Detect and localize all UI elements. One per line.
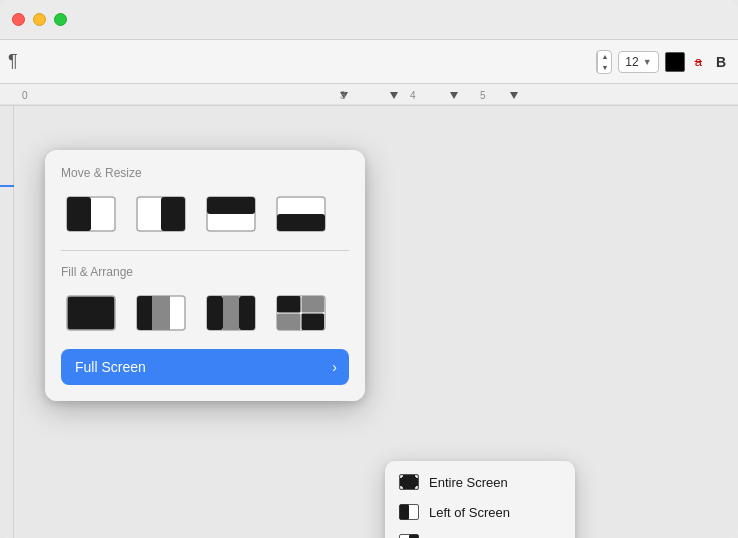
svg-rect-30: [277, 313, 301, 330]
svg-rect-24: [207, 296, 223, 330]
dropdown-arrow-icon: ▼: [643, 57, 652, 67]
font-size-value: 12: [625, 55, 638, 69]
quad-icon[interactable]: [271, 291, 331, 335]
v-ruler-svg: [0, 106, 14, 506]
entire-screen-label: Entire Screen: [429, 475, 508, 490]
left-of-screen-icon: [399, 504, 419, 520]
move-resize-label: Move & Resize: [61, 166, 349, 180]
content-area: Move & Resize: [0, 106, 738, 538]
svg-text:4: 4: [410, 90, 416, 101]
left-two-thirds-icon[interactable]: [131, 291, 191, 335]
center-third-icon[interactable]: [201, 291, 261, 335]
strikethrough-button[interactable]: a: [691, 54, 706, 69]
font-size-arrows[interactable]: ▲ ▼: [597, 51, 611, 73]
right-of-screen-item[interactable]: Right of Screen: [385, 527, 575, 538]
svg-rect-19: [67, 296, 115, 330]
svg-rect-22: [152, 296, 170, 330]
ruler-svg: 0 3 4 5: [0, 84, 738, 106]
svg-rect-28: [277, 296, 301, 313]
fill-icon[interactable]: [61, 291, 121, 335]
ruler: 0 3 4 5: [0, 84, 738, 106]
titlebar: [0, 0, 738, 40]
right-of-screen-label: Right of Screen: [429, 535, 519, 539]
svg-rect-26: [239, 296, 255, 330]
font-size-control[interactable]: ▲ ▼: [596, 50, 612, 74]
svg-rect-36: [400, 505, 410, 520]
fill-arrange-icons-row: [61, 291, 349, 335]
svg-rect-14: [161, 197, 185, 231]
font-size-up[interactable]: ▲: [598, 51, 611, 62]
top-half-icon[interactable]: [201, 192, 261, 236]
right-of-screen-icon: [399, 534, 419, 538]
toolbar: ¶ ▲ ▼ 12 ▼ a B: [0, 40, 738, 84]
svg-rect-29: [301, 296, 324, 313]
paragraph-icon[interactable]: ¶: [8, 51, 18, 72]
minimize-button[interactable]: [33, 13, 46, 26]
font-size-down[interactable]: ▼: [598, 62, 611, 73]
full-screen-label: Full Screen: [75, 359, 146, 375]
svg-rect-31: [301, 313, 324, 330]
entire-screen-icon: [399, 474, 419, 490]
fill-arrange-label: Fill & Arrange: [61, 265, 349, 279]
full-screen-button[interactable]: Full Screen ›: [61, 349, 349, 385]
maximize-button[interactable]: [54, 13, 67, 26]
chevron-right-icon: ›: [332, 359, 337, 375]
svg-rect-12: [67, 197, 91, 231]
svg-rect-25: [223, 296, 239, 330]
left-of-screen-item[interactable]: Left of Screen: [385, 497, 575, 527]
svg-text:5: 5: [480, 90, 486, 101]
left-of-screen-label: Left of Screen: [429, 505, 510, 520]
bottom-half-icon[interactable]: [271, 192, 331, 236]
svg-text:3: 3: [340, 90, 346, 101]
close-button[interactable]: [12, 13, 25, 26]
svg-rect-0: [0, 84, 738, 106]
move-resize-popup: Move & Resize: [45, 150, 365, 401]
bold-button[interactable]: B: [712, 54, 730, 70]
color-swatch[interactable]: [665, 52, 685, 72]
move-resize-icons-row: [61, 192, 349, 236]
entire-screen-item[interactable]: Entire Screen: [385, 467, 575, 497]
popup-divider: [61, 250, 349, 251]
svg-rect-38: [409, 535, 419, 539]
svg-rect-16: [207, 197, 255, 214]
svg-rect-18: [277, 214, 325, 231]
vertical-ruler: [0, 106, 14, 538]
font-size-field[interactable]: 12 ▼: [618, 51, 658, 73]
full-screen-submenu: Entire Screen Left of Screen Right of Sc…: [385, 461, 575, 538]
left-half-icon[interactable]: [61, 192, 121, 236]
window: ¶ ▲ ▼ 12 ▼ a B 0: [0, 0, 738, 538]
right-half-icon[interactable]: [131, 192, 191, 236]
svg-text:0: 0: [22, 90, 28, 101]
